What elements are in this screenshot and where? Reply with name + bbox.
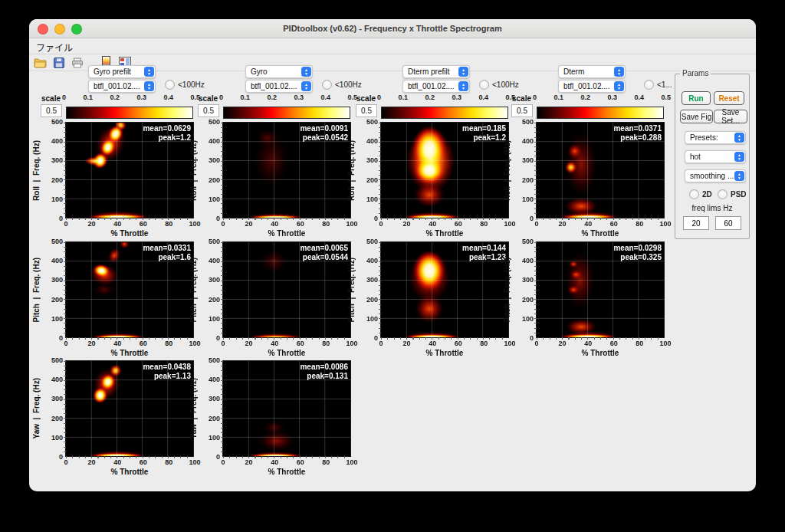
freq-max-input[interactable]: [715, 216, 741, 230]
minor-ticks-left: [64, 361, 66, 456]
logfile-select[interactable]: btfl_001.02....▲▼: [402, 80, 470, 93]
signal-select[interactable]: Gyro prefilt▲▼: [88, 65, 156, 78]
radio-icon: [644, 80, 654, 90]
radio-icon: [322, 80, 332, 90]
save-fig-button[interactable]: Save Fig: [680, 110, 713, 123]
spectrogram-pitch-dterm-prefilt: mean=0.144peak=1.23 5004003002001000 020…: [381, 242, 508, 337]
stats-annotation: mean=0.0298peak=0.325: [613, 244, 662, 262]
tick-label: 80: [160, 458, 177, 466]
run-button[interactable]: Run: [682, 91, 711, 105]
tick-label: 400: [209, 376, 220, 383]
lowpass-radio-col3[interactable]: <100Hz: [479, 80, 519, 90]
radio-label: <1...: [657, 80, 672, 89]
tick-label: 40: [266, 458, 283, 466]
x-axis-ticks: 020406080100: [528, 340, 674, 347]
tick-label: 60: [606, 340, 622, 347]
colorbar: [66, 107, 193, 119]
tick-label: 500: [51, 356, 63, 364]
tick-label: 400: [209, 137, 220, 145]
x-axis-ticks: 020406080100: [57, 458, 203, 466]
tick-label: 100: [366, 315, 378, 323]
tick-label: 0: [215, 220, 232, 228]
stats-annotation: mean=0.0629peak=1.2: [143, 124, 191, 143]
tick-label: 0.3: [607, 94, 617, 101]
minimize-window-icon[interactable]: [54, 24, 65, 34]
tick-label: 100: [51, 434, 63, 442]
scale-input[interactable]: [41, 104, 62, 117]
logfile-select[interactable]: btfl_001.02....▲▼: [245, 80, 313, 93]
stats-annotation: mean=0.0331peak=1.6: [143, 244, 191, 262]
print-icon[interactable]: [70, 56, 84, 69]
minor-ticks-left: [64, 242, 66, 337]
signal-select[interactable]: Dterm prefilt▲▼: [402, 65, 470, 78]
tick-label: 300: [366, 276, 378, 284]
freq-min-input[interactable]: [683, 216, 709, 230]
save-file-icon[interactable]: [51, 56, 66, 69]
tick-label: 100: [343, 458, 360, 466]
y-axis-ticks: 5004003002001000: [358, 118, 378, 222]
presets-select[interactable]: Presets:▲▼: [685, 131, 746, 144]
smoothing-select[interactable]: smoothing ...▲▼: [685, 169, 746, 182]
menu-file[interactable]: ファイル: [29, 38, 80, 56]
scale-input[interactable]: [198, 104, 219, 117]
colormap-select[interactable]: hot▲▼: [685, 150, 746, 163]
tick-label: 200: [209, 415, 220, 422]
logfile-select[interactable]: btfl_001.02....▲▼: [88, 80, 156, 93]
radio-label: <100Hz: [178, 80, 205, 89]
save-set-button[interactable]: Save Set...: [714, 110, 747, 123]
radio-icon: [479, 80, 489, 90]
tick-label: 200: [522, 176, 534, 184]
x-axis-label: % Throttle: [381, 229, 508, 238]
signal-select[interactable]: Gyro▲▼: [245, 65, 313, 78]
lowpass-radio-col4[interactable]: <1...: [644, 80, 672, 90]
minor-ticks-bottom: [223, 218, 350, 220]
tick-label: 0.3: [294, 94, 304, 101]
y-axis-ticks: 5004003002001000: [358, 238, 378, 342]
radio-2d[interactable]: 2D: [689, 189, 712, 199]
zoom-window-icon[interactable]: [71, 24, 82, 34]
tick-label: 500: [51, 238, 63, 245]
tick-label: 40: [109, 220, 126, 228]
tick-label: 0: [215, 458, 232, 466]
tick-label: 200: [51, 296, 63, 304]
tick-label: 0.4: [320, 94, 330, 101]
lowpass-radio-col2[interactable]: <100Hz: [322, 80, 362, 90]
tick-label: 80: [475, 220, 492, 228]
popup-stepper-icon: ▲▼: [144, 67, 154, 77]
tick-label: 100: [522, 315, 534, 323]
title-bar[interactable]: PIDtoolbox (v0.62) - Frequency x Throttl…: [29, 19, 756, 38]
signal-select[interactable]: Dterm▲▼: [558, 65, 626, 78]
scale-input[interactable]: [511, 104, 533, 117]
signal-controls-col4: Dterm▲▼ btfl_001.02....▲▼: [558, 65, 626, 93]
tick-label: 400: [51, 376, 63, 383]
minor-ticks-left: [534, 123, 537, 218]
tick-label: 100: [51, 195, 63, 203]
open-file-icon[interactable]: [33, 56, 48, 69]
tick-label: 60: [606, 220, 622, 228]
radio-psd[interactable]: PSD: [718, 189, 747, 199]
tick-label: 20: [554, 220, 571, 228]
x-axis-ticks: 020406080100: [215, 458, 360, 466]
minor-ticks-bottom: [381, 218, 508, 220]
scale-input[interactable]: [356, 104, 377, 117]
spectrogram-yaw-gyro-prefilt: mean=0.0438peak=1.13 5004003002001000 02…: [66, 361, 193, 456]
tick-label: 0.2: [580, 94, 590, 101]
tick-label: 80: [317, 220, 334, 228]
reset-button[interactable]: Reset: [714, 91, 744, 105]
spectrogram-roll-gyro: mean=0.0091peak=0.0542 5004003002001000 …: [223, 123, 350, 218]
logfile-select[interactable]: btfl_001.02....▲▼: [558, 80, 626, 93]
tick-label: 400: [209, 257, 220, 264]
y-axis-label: Roll | Freq. (Hz): [188, 123, 199, 218]
scale-label: scale: [355, 94, 377, 103]
y-axis-label: Roll | Freq. (Hz): [346, 123, 357, 218]
tick-label: 20: [84, 220, 100, 228]
app-window: PIDtoolbox (v0.62) - Frequency x Throttl…: [29, 19, 756, 491]
radio-icon: [165, 80, 175, 90]
lowpass-radio-col1[interactable]: <100Hz: [165, 80, 205, 90]
tick-label: 60: [450, 220, 467, 228]
colorbar-ticks: 00.10.20.30.40.5: [219, 94, 357, 101]
close-window-icon[interactable]: [38, 24, 48, 34]
x-axis-ticks: 020406080100: [373, 220, 518, 228]
tick-label: 0.3: [452, 94, 461, 101]
tick-label: 0: [528, 220, 545, 228]
